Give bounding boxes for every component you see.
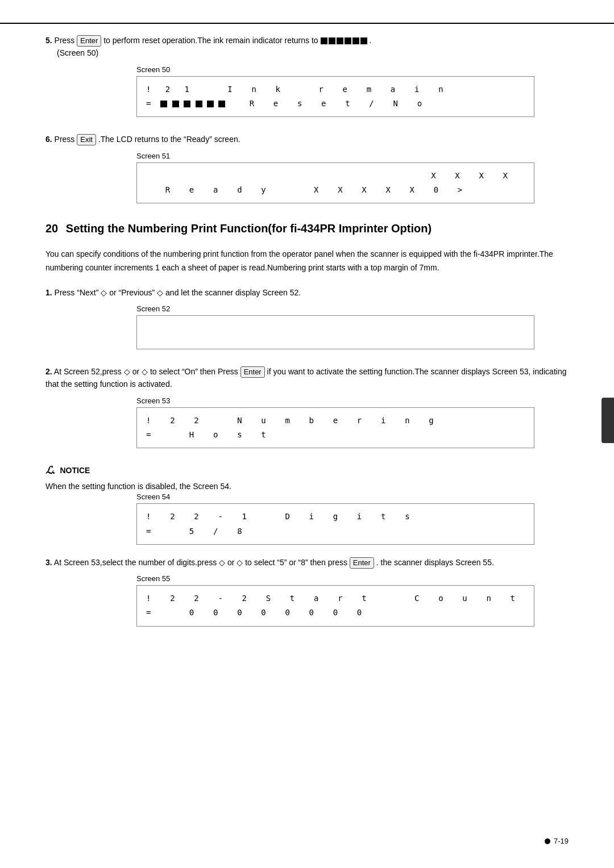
sub-step-1-content: Press “Next” ◇ or “Previous” ◇ and let t… bbox=[55, 288, 301, 297]
footer-dot bbox=[545, 838, 550, 844]
sub-step-1-number: 1. bbox=[45, 288, 52, 297]
screen-55-line2: = 0 0 0 0 0 0 0 0 bbox=[146, 606, 525, 620]
screen-55-line1: ! 2 2 - 2 S t a r t C o u n t bbox=[146, 591, 525, 606]
step-6-block: 6. Press Exit .The LCD returns to the “R… bbox=[45, 133, 569, 203]
notice-icon: ℒ. bbox=[45, 464, 56, 477]
step-5-number: 5. bbox=[45, 36, 52, 45]
page-footer: 7-19 bbox=[545, 837, 569, 845]
enter-key-1: Enter bbox=[77, 35, 101, 47]
screen-54-line1: ! 2 2 - 1 D i g i t s bbox=[146, 510, 525, 524]
screen-53-box: ! 2 2 N u m b e r i n g = H o s t bbox=[136, 407, 534, 448]
section-20-title: Setting the Numbering Print Function(for… bbox=[66, 222, 432, 235]
section-20-desc: You can specify conditions of the number… bbox=[45, 248, 569, 275]
screen-50-line2: = R e s e t / N o bbox=[146, 97, 525, 111]
sub-step-2-text: 2. At Screen 52,press ◇ or ◇ to select “… bbox=[45, 365, 569, 391]
screen-50-label: Screen 50 bbox=[136, 65, 569, 74]
sub-step-3-text-before: At Screen 53,select the number of digits… bbox=[54, 558, 350, 567]
step-6-text: 6. Press Exit .The LCD returns to the “R… bbox=[45, 133, 569, 145]
enter-key-2: Enter bbox=[240, 366, 265, 378]
screen-55-box: ! 2 2 - 2 S t a r t C o u n t = 0 0 0 0 … bbox=[136, 585, 534, 626]
sub-step-3-block: 3. At Screen 53,select the number of dig… bbox=[45, 556, 569, 627]
screen-50-box: ! 2 1 I n k r e m a i n = R e s e t / N … bbox=[136, 76, 534, 117]
notice-header: ℒ. NOTICE bbox=[45, 464, 569, 477]
sub-step-2-number: 2. bbox=[45, 367, 52, 376]
screen-53-label: Screen 53 bbox=[136, 397, 569, 405]
screen-54-box: ! 2 2 - 1 D i g i t s = 5 / 8 bbox=[136, 503, 534, 544]
screen-53-line1: ! 2 2 N u m b e r i n g bbox=[146, 414, 525, 428]
right-tab bbox=[601, 398, 614, 443]
screen-51-box: X X X X R e a d y X X X X X 0 > bbox=[136, 162, 534, 203]
sub-step-3-text: 3. At Screen 53,select the number of dig… bbox=[45, 556, 569, 569]
section-20-number: 20 bbox=[45, 222, 58, 235]
screen-51-line1: X X X X bbox=[146, 169, 525, 183]
step-6-number: 6. bbox=[45, 135, 52, 144]
screen-52-label: Screen 52 bbox=[136, 304, 569, 313]
notice-text: When the setting function is disabled, t… bbox=[45, 480, 569, 493]
exit-key: Exit bbox=[77, 134, 96, 145]
section-20-heading: 20 Setting the Numbering Print Function(… bbox=[45, 220, 569, 236]
sub-step-3-number: 3. bbox=[45, 558, 52, 567]
screen-55-label: Screen 55 bbox=[136, 574, 569, 583]
top-border bbox=[0, 23, 614, 24]
ink-squares bbox=[321, 37, 367, 44]
screen-51-line2: R e a d y X X X X X 0 > bbox=[146, 183, 525, 197]
step-6-text-after: .The LCD returns to the “Ready” screen. bbox=[98, 135, 240, 144]
notice-block: ℒ. NOTICE When the setting function is d… bbox=[45, 464, 569, 545]
screen-50-line1: ! 2 1 I n k r e m a i n bbox=[146, 82, 525, 97]
step-5-block: 5. Press Enter to perform reset operatio… bbox=[45, 34, 569, 117]
screen-53-line2: = H o s t bbox=[146, 428, 525, 442]
screen-54-line2: = 5 / 8 bbox=[146, 524, 525, 539]
screen-54-label: Screen 54 bbox=[136, 493, 569, 501]
screen-52-box bbox=[136, 315, 534, 349]
step-5-subtext: (Screen 50) bbox=[57, 48, 98, 57]
screen-51-label: Screen 51 bbox=[136, 152, 569, 160]
sub-step-1-block: 1. Press “Next” ◇ or “Previous” ◇ and le… bbox=[45, 286, 569, 349]
sub-step-2-block: 2. At Screen 52,press ◇ or ◇ to select “… bbox=[45, 365, 569, 448]
sub-step-2-text-before: At Screen 52,press ◇ or ◇ to select “On”… bbox=[54, 367, 240, 376]
sub-step-1-text: 1. Press “Next” ◇ or “Previous” ◇ and le… bbox=[45, 286, 569, 299]
page-number: 7-19 bbox=[554, 837, 569, 845]
sub-step-3-text-after: . the scanner displays Screen 55. bbox=[376, 558, 494, 567]
notice-title: NOTICE bbox=[60, 466, 90, 475]
enter-key-3: Enter bbox=[350, 557, 374, 569]
step-5-text: 5. Press Enter to perform reset operatio… bbox=[45, 34, 569, 60]
